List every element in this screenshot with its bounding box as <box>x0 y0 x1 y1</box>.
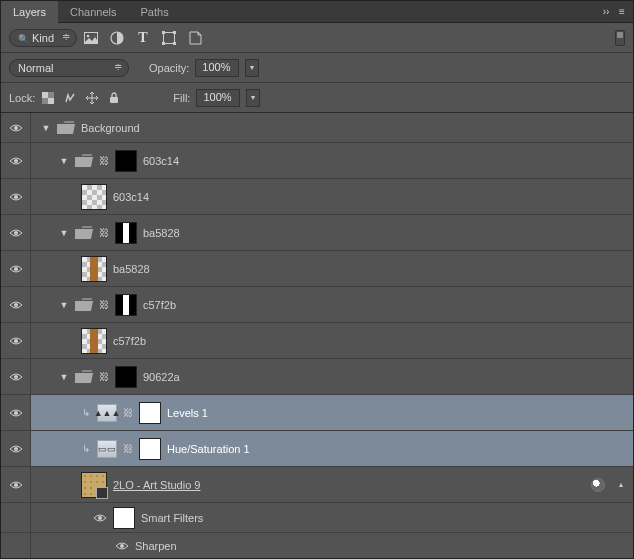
layer-mask-thumbnail[interactable] <box>115 294 137 316</box>
filter-bar: Kind T <box>1 23 633 53</box>
svg-point-22 <box>14 447 18 451</box>
layer-group-background[interactable]: ▼ Background <box>1 113 633 143</box>
filter-toggle-switch[interactable] <box>615 30 625 46</box>
layer-group-ba5828[interactable]: ▼ ⛓ ba5828 <box>1 215 633 251</box>
disclosure-triangle[interactable]: ▼ <box>59 156 69 166</box>
filter-smartobject-icon[interactable] <box>187 30 203 46</box>
layer-thumbnail[interactable] <box>81 328 107 354</box>
visibility-toggle[interactable] <box>9 264 23 274</box>
lock-label: Lock: <box>9 92 35 104</box>
visibility-toggle[interactable] <box>9 444 23 454</box>
layer-hue-saturation-1[interactable]: ↳ ▭▭ ⛓ Hue/Saturation 1 <box>1 431 633 467</box>
layer-mask-thumbnail[interactable] <box>115 150 137 172</box>
clipping-indicator-icon: ↳ <box>81 407 91 418</box>
layer-name[interactable]: ba5828 <box>143 227 180 239</box>
layer-mask-thumbnail[interactable] <box>115 222 137 244</box>
layer-ba5828[interactable]: ba5828 <box>1 251 633 287</box>
layer-thumbnail[interactable] <box>81 184 107 210</box>
svg-rect-10 <box>48 92 54 98</box>
opacity-flyout-arrow[interactable]: ▾ <box>245 59 259 77</box>
layer-name[interactable]: Hue/Saturation 1 <box>167 443 250 455</box>
lock-all-icon[interactable] <box>107 91 121 105</box>
svg-point-25 <box>120 544 124 548</box>
visibility-toggle[interactable] <box>9 480 23 490</box>
smart-filter-sharpen[interactable]: Sharpen <box>1 533 633 558</box>
svg-rect-7 <box>173 42 176 45</box>
blend-bar: Normal Opacity: 100% ▾ <box>1 53 633 83</box>
svg-point-1 <box>87 34 90 37</box>
lock-transparency-icon[interactable] <box>41 91 55 105</box>
opacity-label: Opacity: <box>149 62 189 74</box>
layer-c57f2b[interactable]: c57f2b <box>1 323 633 359</box>
collapse-arrows-icon[interactable]: ›› <box>599 5 613 19</box>
svg-rect-6 <box>162 42 165 45</box>
svg-rect-5 <box>173 31 176 34</box>
svg-rect-3 <box>164 32 175 43</box>
layer-name[interactable]: c57f2b <box>143 299 176 311</box>
layer-thumbnail[interactable] <box>81 472 107 498</box>
layer-thumbnail[interactable] <box>81 256 107 282</box>
visibility-toggle[interactable] <box>9 336 23 346</box>
filter-type-icon[interactable]: T <box>135 30 151 46</box>
disclosure-triangle[interactable]: ▼ <box>59 228 69 238</box>
layer-group-90622a[interactable]: ▼ ⛓ 90622a <box>1 359 633 395</box>
layer-name[interactable]: c57f2b <box>113 335 146 347</box>
filter-mask-thumbnail[interactable] <box>113 507 135 529</box>
disclosure-triangle[interactable]: ▼ <box>59 372 69 382</box>
layer-name[interactable]: 2LO - Art Studio 9 <box>113 479 200 491</box>
layer-name[interactable]: 90622a <box>143 371 180 383</box>
visibility-toggle[interactable] <box>115 541 129 551</box>
clipping-indicator-icon: ↳ <box>81 443 91 454</box>
blend-mode-dropdown[interactable]: Normal <box>9 59 129 77</box>
layer-name[interactable]: Background <box>81 122 140 134</box>
visibility-toggle[interactable] <box>9 156 23 166</box>
layers-list: ▼ Background ▼ ⛓ 603c14 603c14 <box>1 113 633 558</box>
visibility-toggle[interactable] <box>9 372 23 382</box>
layer-name[interactable]: ba5828 <box>113 263 150 275</box>
disclosure-triangle[interactable]: ▼ <box>41 123 51 133</box>
panel-menu-icon[interactable]: ≡ <box>615 5 629 19</box>
lock-position-icon[interactable] <box>85 91 99 105</box>
layer-levels-1[interactable]: ↳ ▲▲▲ ⛓ Levels 1 <box>1 395 633 431</box>
svg-point-17 <box>14 267 18 271</box>
opacity-value[interactable]: 100% <box>195 59 239 77</box>
layer-name[interactable]: Levels 1 <box>167 407 208 419</box>
filter-kind-dropdown[interactable]: Kind <box>9 29 77 47</box>
tab-paths[interactable]: Paths <box>129 1 181 23</box>
visibility-toggle[interactable] <box>9 192 23 202</box>
svg-rect-11 <box>42 98 48 104</box>
tab-layers[interactable]: Layers <box>1 1 58 23</box>
disclosure-triangle[interactable]: ▼ <box>59 300 69 310</box>
filter-pixel-icon[interactable] <box>83 30 99 46</box>
svg-rect-4 <box>162 31 165 34</box>
lock-pixels-icon[interactable] <box>63 91 77 105</box>
link-icon: ⛓ <box>123 441 133 457</box>
visibility-toggle[interactable] <box>9 300 23 310</box>
layer-group-603c14[interactable]: ▼ ⛓ 603c14 <box>1 143 633 179</box>
filter-shape-icon[interactable] <box>161 30 177 46</box>
smart-filter-visibility-icon[interactable] <box>591 478 605 492</box>
visibility-toggle[interactable] <box>9 408 23 418</box>
smart-filters-row[interactable]: Smart Filters <box>1 503 633 533</box>
layer-group-c57f2b[interactable]: ▼ ⛓ c57f2b <box>1 287 633 323</box>
scroll-up-arrow[interactable]: ▴ <box>615 479 627 491</box>
layer-smart-object[interactable]: 2LO - Art Studio 9 ▴ <box>1 467 633 503</box>
visibility-toggle[interactable] <box>93 513 107 523</box>
layer-mask-thumbnail[interactable] <box>115 366 137 388</box>
layer-603c14[interactable]: 603c14 <box>1 179 633 215</box>
layer-mask-thumbnail[interactable] <box>139 438 161 460</box>
fill-value[interactable]: 100% <box>196 89 240 107</box>
tab-channels[interactable]: Channels <box>58 1 128 23</box>
levels-adjustment-icon: ▲▲▲ <box>97 404 117 422</box>
fill-flyout-arrow[interactable]: ▾ <box>246 89 260 107</box>
filter-adjustment-icon[interactable] <box>109 30 125 46</box>
layer-name[interactable]: 603c14 <box>143 155 179 167</box>
visibility-toggle[interactable] <box>9 228 23 238</box>
layer-name[interactable]: 603c14 <box>113 191 149 203</box>
filter-name[interactable]: Sharpen <box>135 540 177 552</box>
svg-point-14 <box>14 159 18 163</box>
svg-point-15 <box>14 195 18 199</box>
visibility-toggle[interactable] <box>9 123 23 133</box>
svg-point-19 <box>14 339 18 343</box>
layer-mask-thumbnail[interactable] <box>139 402 161 424</box>
